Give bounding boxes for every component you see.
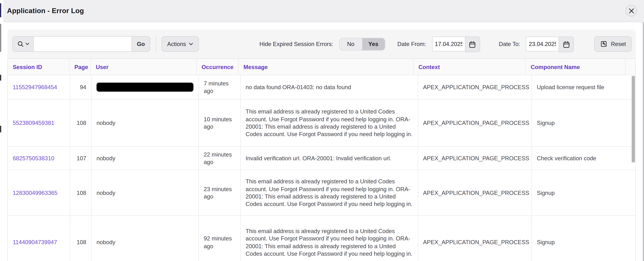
- session-id-cell: 11552947968454: [8, 75, 70, 99]
- context-cell: APEX_APPLICATION_PAGE_PROCESS: [418, 170, 532, 215]
- error-log-grid: Session IDPageUserOccurrenceMessageConte…: [7, 58, 636, 261]
- column-header-page[interactable]: Page: [70, 59, 91, 75]
- redacted-user-bar: [96, 83, 194, 92]
- session-id-cell: 11440904739947: [8, 216, 70, 261]
- grid-body: 11552947968454 94 7 minutes ago no data …: [8, 75, 636, 261]
- hide-expired-toggle: No Yes: [339, 38, 385, 50]
- date-from-calendar-button[interactable]: [465, 37, 480, 52]
- component-name-cell: Signup: [532, 100, 633, 146]
- session-id-cell: 6825750538310: [8, 147, 70, 170]
- component-name-cell: Signup: [532, 216, 633, 261]
- table-row: 11552947968454 94 7 minutes ago no data …: [8, 75, 636, 100]
- context-cell: APEX_APPLICATION_PAGE_PROCESS: [418, 216, 532, 261]
- column-header-message[interactable]: Message: [238, 59, 414, 75]
- date-to-label: Date To:: [499, 41, 520, 47]
- session-id-link[interactable]: 11552947968454: [13, 84, 57, 91]
- underlying-page-edge: [643, 22, 644, 261]
- date-from-input[interactable]: [432, 37, 465, 52]
- session-id-cell: 5523809459381: [8, 100, 70, 146]
- session-id-link[interactable]: 6825750538310: [13, 154, 54, 162]
- user-cell: nobody: [92, 100, 199, 146]
- date-to-input[interactable]: [526, 37, 559, 52]
- edge-artifact: [0, 3, 1, 17]
- search-icon: [17, 40, 24, 48]
- table-row: 6825750538310 107 nobody 22 minutes ago …: [8, 147, 636, 170]
- user-cell: nobody: [92, 170, 199, 215]
- occurrence-cell: 23 minutes ago: [199, 170, 241, 215]
- date-to-calendar-button[interactable]: [559, 37, 574, 52]
- component-name-cell: Check verification code: [532, 147, 633, 170]
- session-id-link[interactable]: 5523809459381: [13, 119, 54, 127]
- session-id-cell: 12830049963365: [8, 170, 70, 215]
- grid-header-stub: [626, 59, 635, 75]
- occurrence-cell: 7 minutes ago: [199, 75, 241, 99]
- column-header-session-id[interactable]: Session ID: [8, 59, 70, 75]
- grid-header-row: Session IDPageUserOccurrenceMessageConte…: [8, 59, 636, 75]
- column-header-context[interactable]: Context: [414, 59, 526, 75]
- dialog-right-border: [642, 22, 642, 261]
- error-log-dialog-screen: Application - Error Log: [0, 0, 644, 261]
- error-log-dialog: Application - Error Log: [3, 0, 644, 261]
- column-header-component-name[interactable]: Component Name: [526, 59, 626, 75]
- dialog-header: Application - Error Log: [3, 0, 644, 22]
- user-cell: [92, 75, 199, 99]
- search-input[interactable]: [34, 36, 132, 52]
- column-header-occurrence[interactable]: Occurrence: [197, 59, 238, 75]
- date-to-group: [526, 37, 574, 52]
- column-header-user[interactable]: User: [91, 59, 197, 75]
- actions-button[interactable]: Actions: [162, 36, 199, 52]
- report-toolbar: Go Actions Hide Expired Session Errors: …: [7, 30, 636, 58]
- reset-label: Reset: [611, 41, 626, 47]
- message-cell: This email address is already registered…: [241, 216, 418, 261]
- reset-icon: [600, 40, 608, 48]
- occurrence-cell: 22 minutes ago: [199, 147, 241, 170]
- page-title: Application - Error Log: [7, 7, 84, 15]
- edge-artifact: [0, 75, 1, 80]
- page-cell: 108: [70, 170, 92, 215]
- reset-button[interactable]: Reset: [594, 36, 632, 52]
- date-from-label: Date From:: [398, 41, 426, 47]
- chevron-down-icon: [189, 42, 193, 45]
- context-cell: APEX_APPLICATION_PAGE_PROCESS: [418, 147, 532, 170]
- date-from-group: [432, 37, 480, 52]
- calendar-icon: [469, 40, 476, 48]
- search-group: Go: [12, 36, 150, 52]
- interactive-report: Go Actions Hide Expired Session Errors: …: [7, 30, 636, 261]
- toggle-option-no[interactable]: No: [340, 38, 362, 50]
- edge-artifact: [0, 126, 1, 132]
- toggle-option-yes[interactable]: Yes: [362, 38, 385, 50]
- hide-expired-label: Hide Expired Session Errors:: [260, 41, 334, 47]
- page-cell: 108: [70, 100, 92, 146]
- message-cell: no data found ORA-01403: no data found: [241, 75, 418, 99]
- table-row: 5523809459381 108 nobody 10 minutes ago …: [8, 100, 636, 147]
- component-name-cell: Signup: [532, 170, 633, 215]
- context-cell: APEX_APPLICATION_PAGE_PROCESS: [418, 75, 532, 99]
- toolbar-divider: [156, 36, 156, 52]
- session-id-link[interactable]: 12830049963365: [13, 189, 58, 196]
- calendar-icon: [563, 40, 570, 48]
- session-id-link[interactable]: 11440904739947: [13, 238, 57, 246]
- message-cell: This email address is already registered…: [241, 100, 418, 146]
- user-cell: nobody: [92, 216, 199, 261]
- vertical-scrollbar-thumb[interactable]: [632, 76, 635, 162]
- search-options-button[interactable]: [12, 36, 34, 52]
- underlying-page-edge: [0, 0, 3, 261]
- occurrence-cell: 92 minutes ago: [199, 216, 241, 261]
- close-icon: [628, 8, 634, 13]
- edge-artifact: [0, 24, 1, 52]
- occurrence-cell: 10 minutes ago: [199, 100, 241, 146]
- page-cell: 94: [70, 75, 92, 99]
- user-cell: nobody: [92, 147, 199, 170]
- go-button[interactable]: Go: [132, 36, 150, 52]
- context-cell: APEX_APPLICATION_PAGE_PROCESS: [418, 100, 532, 146]
- close-button[interactable]: [626, 5, 637, 16]
- chevron-down-icon: [25, 43, 29, 45]
- actions-label: Actions: [167, 41, 186, 47]
- table-row: 12830049963365 108 nobody 23 minutes ago…: [8, 170, 636, 216]
- component-name-cell: Upload license request file: [532, 75, 633, 99]
- message-cell: Invalid verification url. ORA-20001: Inv…: [241, 147, 418, 170]
- table-row: 11440904739947 108 nobody 92 minutes ago…: [8, 216, 636, 261]
- page-cell: 108: [70, 216, 92, 261]
- page-cell: 107: [70, 147, 92, 170]
- message-cell: This email address is already registered…: [241, 170, 418, 215]
